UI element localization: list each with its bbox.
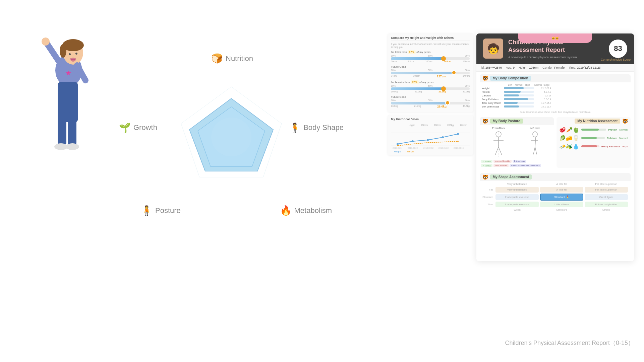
- nutrition-section-title: My Nutrition Assessment: [575, 119, 620, 124]
- info-height: Height: 105cm: [519, 66, 538, 69]
- info-time: Time: 2019/12/03 12:23: [569, 66, 600, 69]
- svg-point-5: [42, 38, 50, 46]
- svg-text:2019.01.22: 2019.01.22: [438, 147, 449, 149]
- comprehensive-label: Comprehensive Score: [601, 58, 631, 61]
- report-subtitle: A one-stop AI children physical Assessme…: [508, 56, 604, 59]
- svg-point-40: [457, 141, 459, 142]
- svg-rect-9: [58, 112, 66, 146]
- score-value: 83: [614, 44, 622, 53]
- posture-icon: 🧍: [141, 205, 153, 216]
- nutrition-label: 🍞 Nutrition: [211, 53, 253, 64]
- nutrition-text: Nutrition: [226, 54, 253, 63]
- posture-title: My Body Posture: [490, 119, 523, 124]
- bodyshape-icon: 🧍: [289, 122, 301, 133]
- body-composition-header: 🐯 My Body Composition: [480, 74, 631, 82]
- comparison-sub-panel: Compare My Height and Weight with Others…: [388, 33, 473, 155]
- historical-chart: My Historical Dates Height 100cm 100cm 2…: [388, 115, 473, 155]
- svg-point-26: [533, 132, 537, 137]
- bodyshape-text: Body Shape: [303, 123, 344, 132]
- composition-icon: 🐯: [482, 76, 488, 81]
- metabolism-icon: 🔥: [280, 205, 292, 216]
- svg-point-34: [397, 143, 399, 145]
- posture-label: 🧍 Posture: [141, 205, 181, 216]
- growth-text: Growth: [133, 123, 157, 132]
- svg-line-4: [47, 44, 60, 64]
- pentagon-chart: [174, 80, 288, 194]
- svg-line-30: [535, 147, 537, 154]
- metabolism-label: 🔥 Metabolism: [280, 205, 332, 216]
- svg-point-39: [397, 145, 398, 146]
- posture-section-icon: 🐯: [482, 119, 488, 124]
- svg-point-37: [442, 136, 444, 138]
- svg-line-29: [533, 147, 535, 154]
- report-body: 🐯 My Body Composition Low Normal HighNor…: [476, 72, 634, 259]
- info-gender: Gender: Female: [542, 66, 565, 69]
- shape-header: 🐯 My Shape Assessment: [480, 173, 631, 181]
- svg-point-38: [457, 133, 459, 135]
- svg-text:2019.08.12: 2019.08.12: [423, 147, 434, 149]
- body-composition-section: 🐯 My Body Composition Low Normal HighNor…: [480, 74, 631, 115]
- svg-text:★: ★: [65, 69, 71, 77]
- posture-header: 🐯 My Body Posture: [480, 117, 554, 125]
- report-avatar: 🧒: [483, 39, 503, 59]
- growth-label: 🌱 Growth: [119, 122, 157, 133]
- nutrition-section-icon: 🐯: [622, 119, 628, 124]
- svg-line-23: [495, 147, 499, 155]
- nutrition-icon: 🍞: [211, 53, 223, 64]
- svg-rect-10: [68, 112, 76, 146]
- posture-section: 🐯 My Body Posture Front/Back: [480, 117, 554, 168]
- svg-line-27: [535, 137, 536, 147]
- bottom-title: Children's Physical Assessment Report（0-…: [505, 339, 634, 347]
- nutrition-header: My Nutrition Assessment 🐯: [557, 117, 631, 125]
- metabolism-text: Metabolism: [294, 206, 332, 215]
- child-illustration: ★: [20, 27, 114, 255]
- svg-point-35: [412, 140, 414, 142]
- shape-title: My Shape Assessment: [490, 174, 532, 179]
- posture-text: Posture: [155, 206, 181, 215]
- info-age: Age: 9: [506, 66, 515, 69]
- svg-point-36: [427, 139, 429, 141]
- composition-title: My Body Composition: [490, 76, 531, 81]
- shape-section-icon: 🐯: [482, 174, 488, 180]
- svg-text:2019.03.15: 2019.03.15: [454, 147, 464, 149]
- report-info-row: id: 156****2546 Age: 9 Height: 105cm Gen…: [476, 64, 634, 72]
- child-photo: ★: [20, 27, 114, 255]
- score-circle: 83: [609, 40, 627, 58]
- growth-icon: 🌱: [119, 122, 131, 133]
- shape-section: 🐯 My Shape Assessment Very unbalanced A …: [480, 173, 631, 213]
- svg-point-3: [60, 44, 66, 58]
- svg-point-13: [69, 53, 71, 55]
- bodyshape-label: 🧍 Body Shape: [289, 122, 344, 133]
- svg-text:2018.01.3: 2018.01.3: [393, 147, 402, 149]
- radar-chart-area: 🍞 Nutrition 🌱 Growth 🧍 Body Shape 🧍 Post…: [117, 47, 345, 234]
- svg-text:2019.06.24: 2019.06.24: [408, 147, 418, 149]
- svg-point-15: [70, 58, 76, 62]
- svg-point-12: [66, 143, 79, 150]
- nutrition-section: My Nutrition Assessment 🐯 🥩🥕🫑 Protein No…: [557, 117, 631, 168]
- svg-line-24: [499, 147, 502, 155]
- svg-point-14: [75, 53, 77, 55]
- report-panel: 🐱🐱 🧒 Children's PhysicalAssessment Repor…: [476, 33, 634, 261]
- info-id: id: 156****2546: [481, 66, 502, 69]
